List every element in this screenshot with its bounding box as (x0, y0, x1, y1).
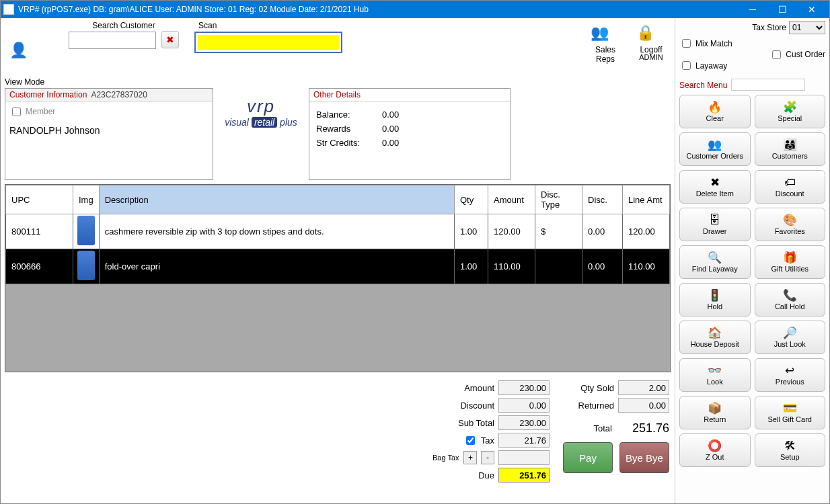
totals-area: Amount Discount Sub Total Tax Bag Tax + … (1, 376, 675, 489)
col-description[interactable]: Description (99, 185, 454, 214)
clear-icon: 🔥 (708, 101, 722, 113)
bye-bye-button[interactable]: Bye Bye (619, 442, 669, 473)
balance-value: 0.00 (382, 110, 399, 120)
menu-button-house-deposit[interactable]: 🏠House Deposit (679, 321, 751, 354)
menu-button-clear[interactable]: 🔥Clear (679, 95, 751, 128)
discount-value (498, 398, 550, 413)
tax-checkbox[interactable] (466, 436, 475, 445)
logoff-icon[interactable]: 🔒 (633, 21, 657, 45)
str-credits-value: 0.00 (382, 138, 399, 148)
hold-icon: 🚦 (708, 290, 722, 301)
setup-icon: 🛠 (784, 440, 796, 452)
sales-reps-icon[interactable]: 👥 (587, 21, 611, 45)
item-thumbnail (77, 216, 95, 245)
rewards-value: 0.00 (382, 124, 399, 134)
window-title: VRP# (rpPOS7.exe) DB: gram\ALICE User: A… (18, 5, 738, 14)
search-menu-input[interactable] (731, 79, 805, 91)
customer-info-panel: Customer InformationA23C27837020 Member … (5, 88, 213, 180)
minimize-button[interactable]: ─ (738, 1, 767, 18)
qty-sold-value (618, 380, 669, 395)
search-customer-label: Search Customer (67, 21, 181, 30)
table-row[interactable]: 800666fold-over capri1.00110.000.00110.0… (6, 249, 670, 284)
z-out-icon: ⭕ (708, 440, 722, 452)
discount-icon: 🏷 (784, 177, 796, 188)
pay-button[interactable]: Pay (563, 442, 613, 473)
due-value (498, 468, 550, 482)
menu-button-find-layaway[interactable]: 🔍Find Layaway (679, 245, 751, 279)
table-row[interactable]: 800111cashmere reversible zip with 3 top… (6, 214, 670, 249)
sell-gift-card-icon: 💳 (783, 403, 797, 414)
cust-order-checkbox[interactable] (772, 50, 781, 59)
other-details-header: Other Details (309, 89, 510, 101)
menu-button-customers[interactable]: 👨‍👩‍👧Customers (755, 132, 826, 166)
tax-value (498, 433, 550, 448)
top-toolbar: 👤 Search Customer ✖ Scan 👥 Sales Reps 🔒 … (1, 18, 675, 75)
tax-store-select[interactable]: 01 (789, 21, 825, 34)
gift-utilities-icon: 🎁 (783, 252, 797, 263)
favorites-icon: 🎨 (783, 214, 797, 226)
search-menu-label: Search Menu (679, 81, 727, 90)
logoff-user: ADMIN (633, 53, 669, 61)
item-thumbnail (77, 251, 95, 280)
tax-store-label: Tax Store (752, 23, 786, 32)
bag-tax-minus[interactable]: - (481, 451, 494, 464)
clear-search-button[interactable]: ✖ (161, 31, 179, 48)
menu-button-call-hold[interactable]: 📞Call Hold (755, 283, 826, 317)
bag-tax-value (498, 450, 550, 465)
close-button[interactable]: ✕ (797, 1, 827, 18)
previous-icon: ↩ (785, 365, 794, 376)
customer-icon: 👤 (6, 38, 30, 62)
side-menu: Tax Store 01 Mix Match Layaway Cust Orde… (675, 18, 829, 503)
menu-button-just-look[interactable]: 🔎Just Look (755, 321, 826, 354)
menu-button-delete-item[interactable]: ✖Delete Item (679, 170, 751, 204)
layaway-checkbox[interactable] (682, 61, 691, 70)
view-mode-label: View Mode (5, 77, 44, 87)
sales-reps-label: Sales Reps (587, 45, 624, 64)
menu-button-drawer[interactable]: 🗄Drawer (679, 208, 751, 241)
col-disc-type[interactable]: Disc. Type (535, 185, 582, 214)
return-icon: 📦 (708, 403, 722, 414)
menu-button-setup[interactable]: 🛠Setup (755, 433, 826, 467)
customer-name: RANDOLPH Johnson (9, 125, 209, 136)
customer-id: A23C27837020 (91, 90, 147, 99)
house-deposit-icon: 🏠 (708, 327, 722, 339)
menu-button-customer-orders[interactable]: 👥Customer Orders (679, 132, 751, 166)
col-disc[interactable]: Disc. (582, 185, 623, 214)
col-qty[interactable]: Qty (455, 185, 488, 214)
menu-button-discount[interactable]: 🏷Discount (755, 170, 826, 204)
call-hold-icon: 📞 (783, 290, 797, 301)
col-amount[interactable]: Amount (488, 185, 535, 214)
look-icon: 👓 (708, 365, 722, 376)
member-checkbox[interactable] (12, 108, 21, 116)
bag-tax-plus[interactable]: + (463, 451, 477, 464)
drawer-icon: 🗄 (709, 214, 720, 226)
app-icon (3, 4, 14, 15)
scan-label: Scan (198, 21, 342, 30)
search-customer-input[interactable] (69, 32, 156, 49)
menu-button-previous[interactable]: ↩Previous (755, 358, 826, 392)
other-details-panel: Other Details Balance:0.00 Rewards0.00 S… (309, 88, 511, 180)
col-line-amt[interactable]: Line Amt (623, 185, 670, 214)
member-checkbox-label: Member (9, 107, 55, 116)
menu-button-favorites[interactable]: 🎨Favorites (755, 208, 826, 241)
maximize-button[interactable]: ☐ (767, 1, 797, 18)
scan-input[interactable] (198, 35, 339, 50)
delete-item-icon: ✖ (710, 177, 720, 188)
menu-button-return[interactable]: 📦Return (679, 396, 751, 429)
mix-match-checkbox[interactable] (682, 39, 691, 48)
customer-orders-icon: 👥 (708, 139, 722, 151)
total-value: 251.76 (632, 421, 669, 435)
vrp-logo: vrp visual retail plus (217, 88, 305, 135)
customer-info-header: Customer Information (9, 90, 87, 99)
col-upc[interactable]: UPC (6, 185, 73, 214)
menu-button-special[interactable]: 🧩Special (755, 95, 826, 128)
line-items-grid[interactable]: UPC Img Description Qty Amount Disc. Typ… (5, 184, 671, 372)
menu-button-sell-gift-card[interactable]: 💳Sell Gift Card (755, 396, 826, 429)
customers-icon: 👨‍👩‍👧 (783, 139, 797, 151)
menu-button-look[interactable]: 👓Look (679, 358, 751, 392)
menu-button-gift-utilities[interactable]: 🎁Gift Utilities (755, 245, 826, 279)
menu-button-hold[interactable]: 🚦Hold (679, 283, 751, 317)
col-img[interactable]: Img (73, 185, 100, 214)
menu-button-z-out[interactable]: ⭕Z Out (679, 433, 751, 467)
amount-value (498, 380, 550, 395)
